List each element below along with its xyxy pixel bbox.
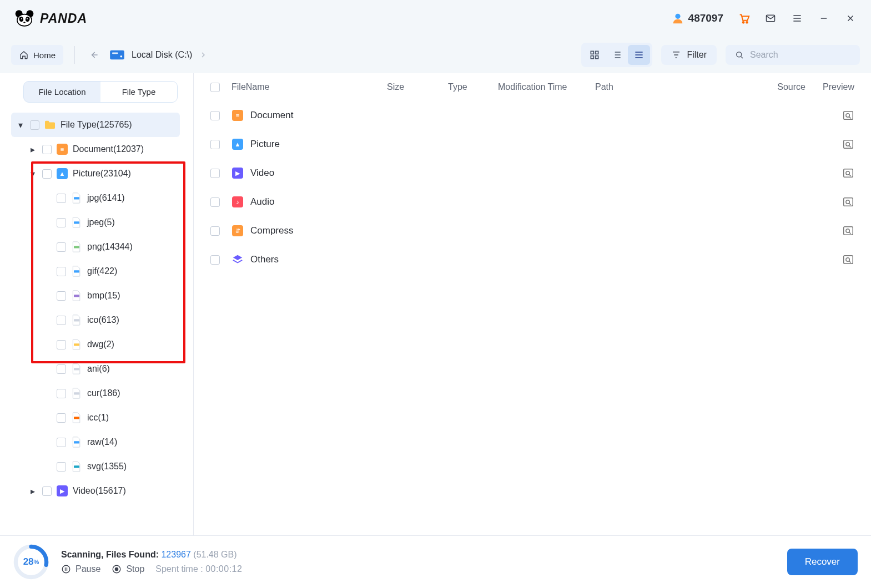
checkbox[interactable] <box>57 194 66 203</box>
tree-icc[interactable]: icc(1) <box>11 405 180 430</box>
divider <box>74 46 75 64</box>
checkbox[interactable] <box>30 120 39 130</box>
jpeg-file-icon <box>71 217 83 228</box>
breadcrumb-label[interactable]: Local Disk (C:\) <box>132 50 192 60</box>
tree-bmp[interactable]: bmp(15) <box>11 283 180 308</box>
checkbox[interactable] <box>210 169 220 178</box>
checkbox[interactable] <box>57 340 66 349</box>
table-row[interactable]: ▲ Picture <box>194 130 871 159</box>
view-list-button[interactable] <box>628 45 650 65</box>
svg-point-8 <box>675 14 680 19</box>
chevron-right-icon[interactable]: ▸ <box>28 144 38 154</box>
checkbox[interactable] <box>57 462 66 472</box>
table-row[interactable]: ▶ Video <box>194 159 871 187</box>
preview-button[interactable] <box>842 109 854 121</box>
recover-button[interactable]: Recover <box>787 549 858 575</box>
table-row[interactable]: ⇵ Compress <box>194 216 871 245</box>
tree-video[interactable]: ▸ ▶ Video(15617) <box>11 479 180 503</box>
close-icon[interactable] <box>844 12 857 24</box>
tree[interactable]: ▾ File Type(125765) ▸ ≡ Document(12037) … <box>11 113 189 528</box>
table-row[interactable]: Others <box>194 245 871 274</box>
col-type[interactable]: Type <box>448 82 498 92</box>
tree-jpg[interactable]: jpg(6141) <box>11 186 180 210</box>
progress-percent: 28 <box>23 556 34 567</box>
preview-button[interactable] <box>842 225 854 237</box>
row-label: Compress <box>250 225 293 236</box>
checkbox[interactable] <box>57 389 66 398</box>
tree-document[interactable]: ▸ ≡ Document(12037) <box>11 137 180 161</box>
home-button[interactable]: Home <box>11 45 63 65</box>
checkbox[interactable] <box>57 267 66 276</box>
tab-file-type[interactable]: File Type <box>100 82 177 102</box>
tree-ico[interactable]: ico(613) <box>11 308 180 332</box>
tree-root-filetype[interactable]: ▾ File Type(125765) <box>11 113 180 137</box>
checkbox[interactable] <box>210 226 220 236</box>
pause-button[interactable]: Pause <box>61 564 100 574</box>
search-input[interactable] <box>750 50 861 60</box>
chevron-down-icon[interactable]: ▾ <box>28 169 38 179</box>
tree-svg[interactable]: svg(1355) <box>11 454 180 479</box>
tab-file-location[interactable]: File Location <box>24 82 100 102</box>
mail-icon[interactable] <box>764 12 777 24</box>
user-info[interactable]: 487097 <box>672 12 723 24</box>
table-row[interactable]: ≡ Document <box>194 101 871 130</box>
checkbox-all[interactable] <box>210 83 220 92</box>
svg-rect-18 <box>596 56 598 59</box>
table-row[interactable]: ♪ Audio <box>194 187 871 216</box>
back-button[interactable] <box>86 47 102 63</box>
chevron-right-icon[interactable]: ▸ <box>28 486 38 496</box>
checkbox[interactable] <box>57 291 66 301</box>
checkbox[interactable] <box>57 218 66 227</box>
tree-raw[interactable]: raw(14) <box>11 430 180 454</box>
search-icon <box>734 50 744 60</box>
col-filename[interactable]: FileName <box>231 82 387 92</box>
checkbox[interactable] <box>42 145 52 154</box>
spent-time: Spent time : 00:00:12 <box>155 564 242 574</box>
tree-label: dwg(2) <box>87 339 114 349</box>
tree-png[interactable]: png(14344) <box>11 235 180 259</box>
tree-ani[interactable]: ani(6) <box>11 357 180 381</box>
chevron-right-icon <box>199 50 208 59</box>
tree-dwg[interactable]: dwg(2) <box>11 332 180 357</box>
view-detail-button[interactable] <box>606 45 628 65</box>
checkbox[interactable] <box>210 255 220 265</box>
checkbox[interactable] <box>57 364 66 374</box>
percent-suffix: % <box>34 559 39 565</box>
stop-button[interactable]: Stop <box>112 564 144 574</box>
minimize-icon[interactable] <box>818 12 830 24</box>
checkbox[interactable] <box>57 413 66 423</box>
user-id: 487097 <box>688 12 723 24</box>
col-size[interactable]: Size <box>387 82 448 92</box>
checkbox[interactable] <box>210 197 220 207</box>
checkbox[interactable] <box>57 242 66 252</box>
search-box[interactable] <box>726 45 860 65</box>
preview-button[interactable] <box>842 254 854 266</box>
checkbox[interactable] <box>42 169 52 179</box>
svg-point-48 <box>115 567 118 570</box>
checkbox[interactable] <box>210 111 220 120</box>
tree-cur[interactable]: cur(186) <box>11 381 180 405</box>
cart-icon[interactable] <box>738 12 750 24</box>
col-preview[interactable]: Preview <box>805 82 854 92</box>
checkbox[interactable] <box>42 486 52 496</box>
filter-button[interactable]: Filter <box>661 45 717 65</box>
svg-point-10 <box>746 22 748 23</box>
preview-button[interactable] <box>842 167 854 179</box>
tree-label: jpeg(5) <box>87 217 115 227</box>
preview-button[interactable] <box>842 196 854 208</box>
chevron-down-icon[interactable]: ▾ <box>16 120 26 130</box>
checkbox[interactable] <box>210 140 220 149</box>
col-modtime[interactable]: Modification Time <box>498 82 595 92</box>
checkbox[interactable] <box>57 316 66 325</box>
menu-icon[interactable] <box>791 12 803 24</box>
col-source[interactable]: Source <box>757 82 805 92</box>
svg-point-43 <box>846 258 849 261</box>
preview-button[interactable] <box>842 138 854 150</box>
tree-gif[interactable]: gif(422) <box>11 259 180 283</box>
col-path[interactable]: Path <box>595 82 757 92</box>
view-grid-button[interactable] <box>583 45 606 65</box>
checkbox[interactable] <box>57 438 66 447</box>
tree-jpeg[interactable]: jpeg(5) <box>11 210 180 235</box>
scan-status-label: Scanning, Files Found: <box>61 550 159 559</box>
tree-picture[interactable]: ▾ ▲ Picture(23104) <box>11 161 180 186</box>
